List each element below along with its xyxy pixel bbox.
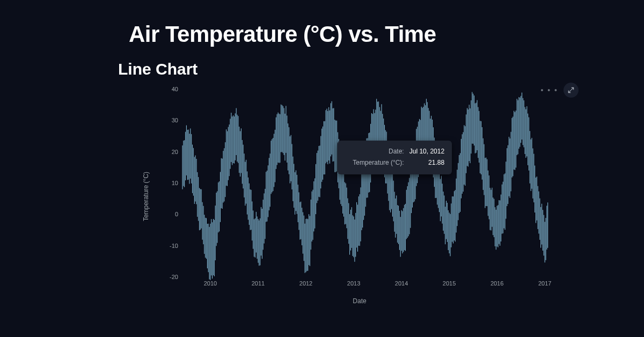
- chart-toolbar: • • •: [541, 83, 579, 98]
- y-axis-label: Temperature (°C): [142, 172, 150, 221]
- y-tick: -10: [170, 243, 178, 249]
- x-tick: 2016: [491, 280, 503, 287]
- x-axis-label: Date: [353, 297, 366, 305]
- x-tick: 2011: [252, 280, 265, 287]
- y-tick: 0: [175, 211, 178, 217]
- chart-container: • • • -20-10010203040 Temperature (°C) D…: [156, 84, 564, 309]
- x-tick: 2014: [395, 280, 408, 287]
- y-tick: 40: [172, 86, 178, 92]
- y-tick: 30: [172, 117, 178, 123]
- y-tick: 10: [172, 180, 178, 186]
- x-tick: 2010: [204, 280, 217, 287]
- y-tick: -20: [170, 274, 178, 280]
- y-axis: -20-10010203040: [156, 89, 180, 277]
- line-series: [182, 89, 553, 277]
- expand-icon: [567, 86, 575, 94]
- section-title: Line Chart: [118, 60, 612, 78]
- x-axis: 20102011201220132014201520162017: [182, 277, 553, 298]
- y-tick: 20: [172, 149, 178, 155]
- x-tick: 2017: [538, 280, 551, 287]
- x-tick: 2015: [443, 280, 456, 287]
- plot-area[interactable]: Date: Jul 10, 2012 Temperature (°C): 21.…: [182, 89, 553, 277]
- x-tick: 2013: [347, 280, 360, 287]
- x-tick: 2012: [299, 280, 312, 287]
- more-options-icon[interactable]: • • •: [541, 86, 558, 94]
- expand-button[interactable]: [564, 83, 579, 98]
- page-title: Air Temperature (°C) vs. Time: [129, 21, 612, 47]
